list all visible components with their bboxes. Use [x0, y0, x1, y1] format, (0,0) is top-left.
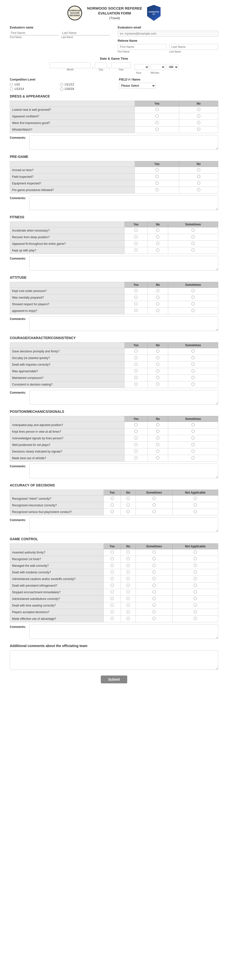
position-radio-2-2[interactable]	[192, 436, 195, 439]
game-control-radio-8-0[interactable]	[111, 604, 114, 607]
courage-radio-1-0[interactable]	[135, 356, 138, 359]
game-control-radio-4-3[interactable]	[194, 577, 197, 580]
attitude-radio-1-1[interactable]	[156, 296, 159, 299]
game-control-radio-1-3[interactable]	[194, 557, 197, 560]
evaluators-last-name[interactable]	[61, 31, 110, 35]
fitness-radio-2-2[interactable]	[192, 242, 195, 245]
attitude-radio-0-0[interactable]	[135, 289, 138, 292]
courage-radio-5-2[interactable]	[192, 383, 195, 386]
game-control-radio-7-1[interactable]	[127, 597, 130, 600]
attitude-radio-1-2[interactable]	[192, 296, 195, 299]
courage-radio-4-0[interactable]	[135, 376, 138, 379]
position-radio-4-2[interactable]	[192, 450, 195, 453]
fitness-radio-3-1[interactable]	[156, 248, 159, 252]
additional-comments-textarea[interactable]	[10, 650, 218, 670]
courage-radio-0-0[interactable]	[135, 349, 138, 353]
game-control-radio-4-0[interactable]	[111, 577, 114, 580]
attitude-comments-textarea[interactable]	[29, 316, 218, 331]
submit-button[interactable]: Submit	[101, 676, 127, 683]
attitude-radio-2-1[interactable]	[156, 302, 159, 305]
fitness-radio-2-0[interactable]	[135, 242, 138, 245]
referee-first-name[interactable]	[118, 44, 167, 50]
game-control-radio-3-1[interactable]	[127, 570, 130, 574]
position-radio-3-0[interactable]	[135, 443, 138, 446]
accuracy-radio-0-3[interactable]	[194, 497, 197, 500]
position-radio-5-0[interactable]	[135, 456, 138, 460]
competition-u1618-radio[interactable]	[60, 88, 63, 91]
courage-radio-1-2[interactable]	[192, 356, 195, 359]
pregame-radio-1-1[interactable]	[197, 175, 200, 178]
courage-radio-5-0[interactable]	[135, 383, 138, 386]
dress-radio-2-0[interactable]	[155, 121, 158, 124]
game-control-radio-8-2[interactable]	[152, 604, 156, 607]
accuracy-radio-1-0[interactable]	[111, 503, 114, 507]
fitness-radio-1-0[interactable]	[135, 235, 138, 239]
courage-radio-5-1[interactable]	[156, 383, 159, 386]
game-control-radio-7-2[interactable]	[152, 597, 156, 600]
position-radio-2-1[interactable]	[156, 436, 159, 439]
game-control-radio-4-1[interactable]	[127, 577, 130, 580]
fitness-radio-3-0[interactable]	[135, 248, 138, 252]
dress-radio-1-0[interactable]	[155, 115, 158, 118]
evaluators-email-input[interactable]	[118, 31, 218, 37]
game-control-radio-10-1[interactable]	[127, 617, 130, 620]
game-control-radio-8-3[interactable]	[194, 604, 197, 607]
courage-radio-0-2[interactable]	[192, 349, 195, 353]
courage-radio-3-1[interactable]	[156, 369, 159, 372]
courage-radio-2-1[interactable]	[156, 363, 159, 366]
accuracy-radio-0-2[interactable]	[152, 497, 156, 500]
fitness-radio-1-2[interactable]	[192, 235, 195, 239]
game-control-radio-6-0[interactable]	[111, 590, 114, 593]
pregame-radio-0-1[interactable]	[197, 168, 200, 172]
game-control-radio-9-1[interactable]	[127, 610, 130, 613]
courage-comments-textarea[interactable]	[29, 390, 218, 405]
attitude-radio-0-1[interactable]	[156, 289, 159, 292]
game-control-radio-8-1[interactable]	[127, 604, 130, 607]
game-control-radio-3-0[interactable]	[111, 570, 114, 574]
pregame-radio-2-1[interactable]	[197, 181, 200, 185]
accuracy-radio-1-2[interactable]	[152, 503, 156, 507]
attitude-radio-0-2[interactable]	[192, 289, 195, 292]
dress-radio-2-1[interactable]	[197, 121, 200, 124]
game-control-radio-5-0[interactable]	[111, 584, 114, 587]
month-input[interactable]	[49, 62, 91, 68]
game-control-radio-7-0[interactable]	[111, 597, 114, 600]
accuracy-radio-0-1[interactable]	[127, 497, 130, 500]
game-control-radio-4-2[interactable]	[152, 577, 156, 580]
position-radio-4-1[interactable]	[156, 450, 159, 453]
position-comments-textarea[interactable]	[29, 464, 218, 478]
pregame-radio-3-1[interactable]	[197, 188, 200, 191]
game-control-radio-6-1[interactable]	[127, 590, 130, 593]
courage-radio-1-1[interactable]	[156, 356, 159, 359]
position-radio-4-0[interactable]	[135, 450, 138, 453]
courage-radio-0-1[interactable]	[156, 349, 159, 353]
pregame-radio-2-0[interactable]	[155, 181, 158, 185]
accuracy-radio-0-0[interactable]	[111, 497, 114, 500]
attitude-radio-3-1[interactable]	[156, 309, 159, 312]
game-control-radio-2-0[interactable]	[111, 564, 114, 567]
position-radio-1-0[interactable]	[135, 430, 138, 433]
attitude-radio-3-2[interactable]	[192, 309, 195, 312]
referee-last-name[interactable]	[169, 44, 218, 50]
game-control-radio-3-2[interactable]	[152, 570, 156, 574]
game-control-radio-10-3[interactable]	[194, 617, 197, 620]
position-radio-3-2[interactable]	[192, 443, 195, 446]
evaluators-first-name[interactable]	[10, 31, 59, 35]
pregame-radio-3-0[interactable]	[155, 188, 158, 191]
courage-radio-4-1[interactable]	[156, 376, 159, 379]
game-control-radio-5-2[interactable]	[152, 584, 156, 587]
competition-u1112-radio[interactable]	[60, 83, 63, 86]
position-radio-1-1[interactable]	[156, 430, 159, 433]
dress-radio-0-0[interactable]	[155, 108, 158, 111]
courage-radio-3-2[interactable]	[192, 369, 195, 372]
position-radio-3-1[interactable]	[156, 443, 159, 446]
courage-radio-4-2[interactable]	[192, 376, 195, 379]
attitude-radio-1-0[interactable]	[135, 296, 138, 299]
game-control-radio-2-3[interactable]	[194, 564, 197, 567]
position-radio-0-0[interactable]	[135, 423, 138, 426]
position-radio-0-1[interactable]	[156, 423, 159, 426]
accuracy-radio-2-2[interactable]	[152, 510, 156, 513]
fitness-radio-3-2[interactable]	[192, 248, 195, 252]
competition-u1314-radio[interactable]	[10, 88, 13, 91]
game-control-radio-0-3[interactable]	[194, 550, 197, 554]
